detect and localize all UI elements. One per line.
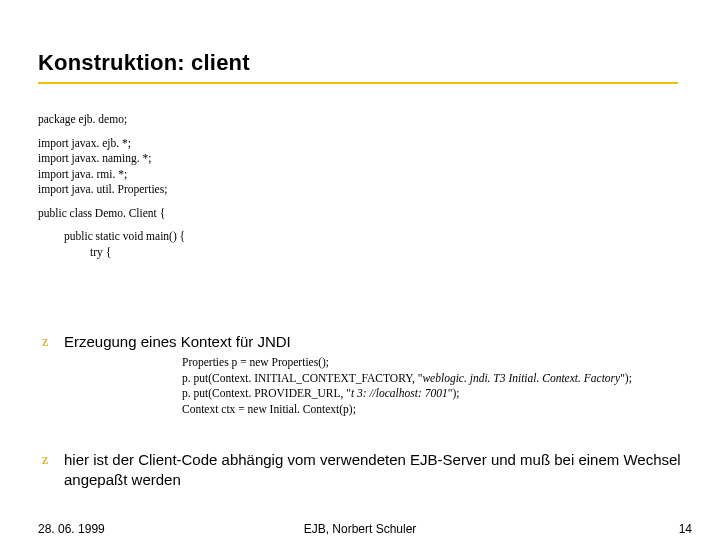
bullet-text: hier ist der Client-Code abhängig vom ve… (64, 450, 684, 489)
slide-title: Konstruktion: client (38, 50, 250, 76)
code-line: p. put(Context. INITIAL_CONTEXT_FACTORY,… (182, 371, 632, 387)
code-line: import javax. ejb. *; (38, 136, 185, 152)
bullet-text: Erzeugung eines Kontext für JNDI (64, 332, 291, 352)
code-line: import java. util. Properties; (38, 182, 185, 198)
footer-page-number: 14 (679, 522, 692, 536)
footer-center: EJB, Norbert Schuler (0, 522, 720, 536)
code-line: Properties p = new Properties(); (182, 355, 632, 371)
code-line: public class Demo. Client { (38, 206, 185, 222)
code-line: p. put(Context. PROVIDER_URL, "t 3: //lo… (182, 386, 632, 402)
code-line: Context ctx = new Initial. Context(p); (182, 402, 632, 418)
bullet-item: z Erzeugung eines Kontext für JNDI (38, 332, 291, 352)
title-underline (38, 82, 678, 84)
bullet-icon: z (38, 450, 52, 469)
code-block-top: package ejb. demo; import javax. ejb. *;… (38, 112, 185, 260)
code-line: try { (90, 245, 185, 261)
bullet-icon: z (38, 332, 52, 351)
code-line: package ejb. demo; (38, 112, 185, 128)
code-line: import java. rmi. *; (38, 167, 185, 183)
code-line: public static void main() { (64, 229, 185, 245)
bullet-item: z hier ist der Client-Code abhängig vom … (38, 450, 684, 489)
code-line: import javax. naming. *; (38, 151, 185, 167)
code-block-sub: Properties p = new Properties(); p. put(… (182, 355, 632, 417)
